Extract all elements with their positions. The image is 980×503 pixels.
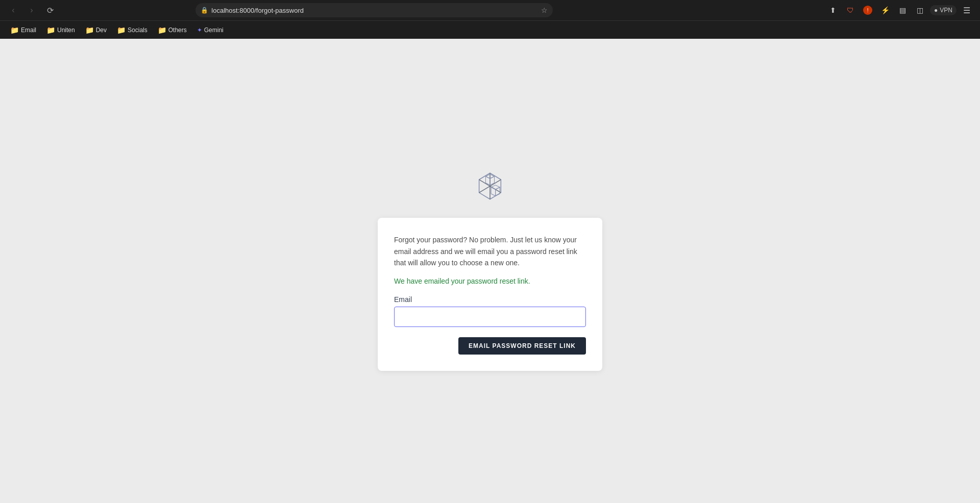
vpn-button[interactable]: ● VPN (930, 5, 957, 15)
bookmark-others-label: Others (168, 27, 187, 34)
vpn-icon: ● (934, 7, 938, 14)
sidebar-button[interactable]: ▤ (895, 3, 910, 17)
extensions-button[interactable]: ⚡ (878, 3, 892, 17)
bookmark-gemini[interactable]: ✦ Gemini (193, 24, 228, 36)
bookmark-dev-label: Dev (96, 27, 107, 34)
bookmark-uniten[interactable]: 📁 Uniten (42, 24, 79, 36)
bookmark-socials[interactable]: 📁 Socials (113, 24, 152, 36)
lock-icon: 🔒 (201, 7, 208, 14)
bookmarks-bar: 📁 Email 📁 Uniten 📁 Dev 📁 Socials 📁 Other… (0, 20, 980, 39)
brave-alert-button[interactable]: ! (861, 3, 875, 17)
bookmark-email-label: Email (21, 27, 36, 34)
forgot-password-card: Forgot your password? No problem. Just l… (378, 218, 602, 370)
forward-button[interactable]: › (24, 3, 39, 17)
back-button[interactable]: ‹ (6, 3, 20, 17)
url-text: localhost:8000/forgot-password (211, 7, 538, 14)
page-content: Forgot your password? No problem. Just l… (0, 39, 980, 503)
bookmark-email[interactable]: 📁 Email (6, 24, 40, 36)
card-description: Forgot your password? No problem. Just l… (394, 234, 586, 268)
alert-badge: ! (863, 6, 872, 15)
share-button[interactable]: ⬆ (826, 3, 840, 17)
reload-button[interactable]: ⟳ (43, 3, 57, 17)
bookmark-others[interactable]: 📁 Others (154, 24, 191, 36)
browser-right-icons: ⬆ 🛡 ! ⚡ ▤ ◫ ● VPN ☰ (826, 3, 974, 17)
folder-icon: 📁 (46, 26, 55, 34)
brave-shield-button[interactable]: 🛡 (843, 3, 857, 17)
laravel-logo-svg (474, 171, 506, 204)
email-input[interactable] (394, 307, 586, 327)
menu-button[interactable]: ☰ (960, 3, 974, 17)
browser-chrome: ‹ › ⟳ 🔒 localhost:8000/forgot-password ☆… (0, 0, 980, 39)
bookmark-gemini-label: Gemini (204, 27, 224, 34)
folder-icon: 📁 (158, 26, 166, 34)
svg-line-2 (479, 180, 490, 186)
vpn-label: VPN (940, 7, 952, 14)
folder-icon: 📁 (85, 26, 94, 34)
svg-line-5 (479, 186, 490, 193)
bookmark-socials-label: Socials (128, 27, 148, 34)
folder-icon: 📁 (10, 26, 19, 34)
bookmark-uniten-label: Uniten (57, 27, 75, 34)
svg-marker-11 (491, 187, 496, 196)
wallet-button[interactable]: ◫ (913, 3, 927, 17)
title-bar: ‹ › ⟳ 🔒 localhost:8000/forgot-password ☆… (0, 0, 980, 20)
success-message: We have emailed your password reset link… (394, 277, 586, 285)
bookmark-dev[interactable]: 📁 Dev (81, 24, 111, 36)
form-actions: EMAIL PASSWORD RESET LINK (394, 337, 586, 355)
bookmark-icon[interactable]: ☆ (541, 6, 548, 14)
reset-link-button[interactable]: EMAIL PASSWORD RESET LINK (458, 337, 586, 355)
email-label: Email (394, 295, 586, 304)
laravel-logo (474, 171, 506, 206)
folder-icon: 📁 (117, 26, 126, 34)
address-bar[interactable]: 🔒 localhost:8000/forgot-password ☆ (195, 3, 553, 17)
star-icon: ✦ (197, 27, 202, 34)
